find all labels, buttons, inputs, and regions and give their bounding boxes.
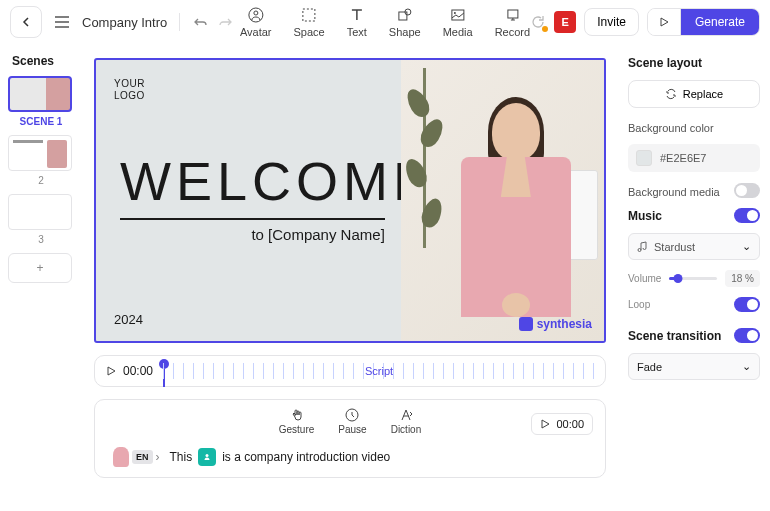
script-tool-diction[interactable]: Diction	[391, 408, 422, 435]
scene-thumb-3[interactable]	[8, 194, 72, 230]
chevron-right-icon: ›	[156, 450, 160, 464]
svg-rect-2	[303, 9, 315, 21]
divider	[179, 13, 180, 31]
music-icon	[637, 241, 648, 252]
play-icon	[540, 419, 550, 429]
script-voice-selector[interactable]: EN ›	[113, 447, 160, 467]
volume-slider[interactable]	[669, 277, 717, 280]
welcome-block[interactable]: WELCOME to [Company Name]	[120, 154, 385, 243]
chevron-down-icon: ⌄	[742, 240, 751, 253]
logo-placeholder[interactable]: YOUR LOGO	[114, 78, 383, 102]
svg-point-6	[454, 12, 456, 14]
volume-label: Volume	[628, 273, 661, 284]
pause-icon	[345, 408, 359, 422]
timeline[interactable]: 00:00 Script	[94, 355, 606, 387]
scene-label-2: 2	[8, 175, 74, 186]
generate-button[interactable]: Generate	[681, 9, 759, 35]
music-toggle[interactable]	[734, 208, 760, 223]
scenes-heading: Scenes	[8, 54, 74, 68]
timeline-time: 00:00	[123, 364, 153, 378]
redo-button[interactable]	[216, 13, 234, 31]
undo-button[interactable]	[192, 13, 210, 31]
avatar-video-area[interactable]: synthesia	[401, 60, 604, 341]
svg-point-1	[254, 11, 258, 15]
company-subtitle: to [Company Name]	[120, 226, 385, 243]
scene-layout-heading: Scene layout	[628, 56, 760, 70]
volume-value[interactable]: 18 %	[725, 270, 760, 287]
timeline-track[interactable]: Script	[163, 356, 595, 386]
sync-status-icon	[530, 14, 546, 30]
scene-thumb-1[interactable]	[8, 76, 72, 112]
bg-color-picker[interactable]: #E2E6E7	[628, 144, 760, 172]
preview-play-button[interactable]	[648, 9, 681, 35]
loop-label: Loop	[628, 299, 650, 310]
text-icon	[348, 6, 366, 24]
bg-media-label: Background media	[628, 186, 720, 198]
canvas[interactable]: YOUR LOGO WELCOME to [Company Name] 2024	[94, 58, 606, 343]
script-duration[interactable]: 00:00	[531, 413, 593, 435]
bg-color-value: #E2E6E7	[660, 152, 706, 164]
back-button[interactable]	[10, 6, 42, 38]
avatar-icon	[247, 6, 265, 24]
year-text[interactable]: 2024	[114, 312, 143, 327]
bg-media-toggle[interactable]	[734, 183, 760, 198]
shape-icon	[396, 6, 414, 24]
timeline-script-label: Script	[365, 365, 393, 377]
color-swatch-icon	[636, 150, 652, 166]
welcome-heading: WELCOME	[120, 154, 385, 208]
transition-select[interactable]: Fade ⌄	[628, 353, 760, 380]
tool-text[interactable]: Text	[347, 6, 367, 38]
add-scene-button[interactable]: +	[8, 253, 72, 283]
replace-icon	[665, 88, 677, 100]
space-icon	[300, 6, 318, 24]
script-tool-gesture[interactable]: Gesture	[279, 408, 315, 435]
scene-label-3: 3	[8, 234, 74, 245]
project-title[interactable]: Company Intro	[82, 15, 167, 30]
scene-label-1: SCENE 1	[8, 116, 74, 127]
invite-button[interactable]: Invite	[584, 8, 639, 36]
tool-shape[interactable]: Shape	[389, 6, 421, 38]
svg-rect-7	[507, 10, 517, 18]
music-label: Music	[628, 209, 662, 223]
scene-thumb-2[interactable]	[8, 135, 72, 171]
tool-avatar[interactable]: Avatar	[240, 6, 272, 38]
loop-toggle[interactable]	[734, 297, 760, 312]
record-icon	[503, 6, 521, 24]
script-tool-pause[interactable]: Pause	[338, 408, 366, 435]
menu-button[interactable]	[50, 10, 74, 34]
verified-token-icon[interactable]	[198, 448, 216, 466]
svg-point-9	[206, 454, 209, 457]
transition-label: Scene transition	[628, 329, 721, 343]
timeline-play-button[interactable]	[105, 365, 117, 377]
gesture-icon	[290, 408, 304, 422]
diction-icon	[399, 408, 413, 422]
language-badge: EN	[132, 450, 153, 464]
transition-toggle[interactable]	[734, 328, 760, 343]
chevron-down-icon: ⌄	[742, 360, 751, 373]
replace-layout-button[interactable]: Replace	[628, 80, 760, 108]
tool-space[interactable]: Space	[293, 6, 324, 38]
plant-decoration	[409, 68, 439, 268]
tool-media[interactable]: Media	[443, 6, 473, 38]
user-avatar[interactable]: E	[554, 11, 576, 33]
tool-record[interactable]: Record	[495, 6, 530, 38]
divider-line	[120, 218, 385, 220]
script-text-input[interactable]: This is a company introduction video	[170, 448, 391, 466]
media-icon	[449, 6, 467, 24]
avatar-person	[446, 95, 586, 341]
bg-color-label: Background color	[628, 122, 760, 134]
voice-avatar-icon	[113, 447, 129, 467]
music-track-select[interactable]: Stardust ⌄	[628, 233, 760, 260]
synthesia-watermark: synthesia	[519, 317, 592, 331]
